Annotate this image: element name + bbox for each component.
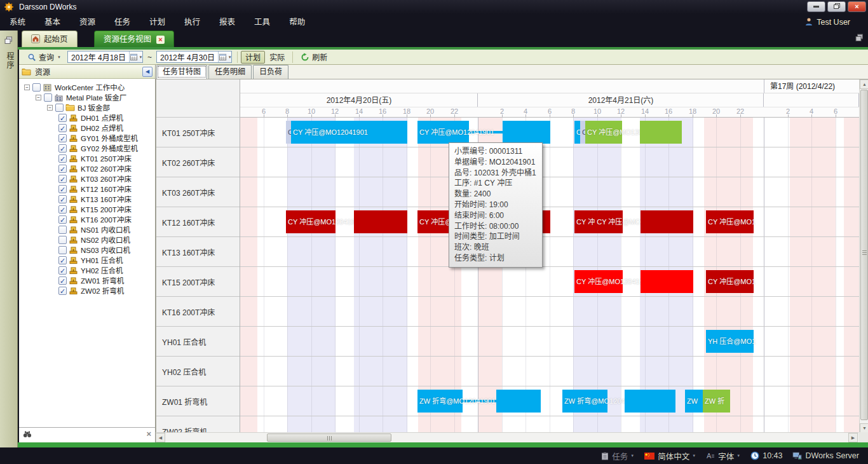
- tree-item-KT12[interactable]: ✓KT12 160T冲床: [19, 184, 155, 194]
- gantt-task-bar[interactable]: [641, 210, 693, 233]
- menu-item-工具[interactable]: 工具: [245, 14, 280, 31]
- date-to-field[interactable]: 2012年 4月30日 ▼: [156, 51, 232, 63]
- window-list-icon[interactable]: [855, 33, 864, 43]
- tree-item-NS01[interactable]: NS01 内收口机: [19, 224, 155, 235]
- gantt-task-bar[interactable]: ZW 折弯@MO12041901: [562, 390, 607, 413]
- gantt-task-bar[interactable]: CY 冲压@MO12041901: [291, 121, 407, 144]
- gantt-task-bar[interactable]: CY 冲压@MO1: [706, 210, 754, 233]
- tree-checkbox[interactable]: ✓: [58, 276, 67, 285]
- tab-task-gantt[interactable]: 任务甘特图: [156, 65, 207, 79]
- gantt-task-bar[interactable]: CY 冲压@MO12041902: [585, 121, 622, 144]
- minimize-button[interactable]: [807, 1, 825, 12]
- collapse-panel-button[interactable]: ◀: [142, 67, 153, 77]
- menu-item-报表[interactable]: 报表: [210, 14, 245, 31]
- tree-checkbox[interactable]: ✓: [58, 144, 67, 153]
- tree-item-ZW02[interactable]: ✓ZW02 折弯机: [19, 285, 155, 296]
- tree-checkbox[interactable]: [58, 246, 67, 254]
- tree-checkbox[interactable]: ✓: [58, 165, 67, 173]
- tree-item-DH01[interactable]: ✓DH01 点焊机: [19, 113, 155, 123]
- gantt-task-bar[interactable]: CY 冲压@MO12041904: [286, 210, 336, 233]
- horizontal-scroll-thumb[interactable]: [267, 433, 391, 442]
- tree-checkbox[interactable]: ✓: [58, 195, 67, 203]
- gantt-task-bar[interactable]: [503, 121, 550, 144]
- scroll-left-icon[interactable]: ◀: [156, 433, 165, 442]
- tab-home-page[interactable]: 起始页: [22, 31, 78, 47]
- binoculars-icon[interactable]: [23, 430, 32, 438]
- gantt-task-bar[interactable]: [496, 390, 541, 413]
- tree-checkbox[interactable]: ✓: [58, 134, 67, 142]
- tree-checkbox[interactable]: ✓: [58, 114, 67, 122]
- tree-item-WorkCenter[interactable]: −WorkCenter 工作中心: [19, 82, 155, 92]
- tree-item-ZW01[interactable]: ✓ZW01 折弯机: [19, 275, 155, 285]
- tree-item-KT02[interactable]: ✓KT02 260T冲床: [19, 163, 155, 174]
- refresh-button[interactable]: 刷新: [296, 51, 332, 64]
- restore-button[interactable]: [827, 1, 846, 12]
- tab-close-icon[interactable]: ×: [156, 36, 165, 44]
- horizontal-scrollbar[interactable]: ◀ ▶: [156, 432, 858, 442]
- gantt-task-bar[interactable]: ZW: [685, 390, 703, 413]
- tree-item-GY01[interactable]: ✓GY01 外桶成型机: [19, 133, 155, 143]
- tree-checkbox[interactable]: ✓: [58, 185, 67, 193]
- tree-item-BJ[interactable]: −BJ 钣金部: [19, 102, 155, 113]
- tree-item-Metal[interactable]: −Metal Plate 钣金厂: [19, 92, 155, 102]
- gantt-task-bar[interactable]: ZW 折弯@MO12041901: [417, 390, 463, 413]
- tree-checkbox[interactable]: ✓: [58, 154, 67, 163]
- gantt-task-bar[interactable]: CY 冲压@MO1: [706, 270, 754, 293]
- tree-item-KT15[interactable]: ✓KT15 200T冲床: [19, 204, 155, 214]
- menu-item-资源[interactable]: 资源: [70, 14, 105, 31]
- status-item-任务[interactable]: 任务▼: [601, 450, 634, 462]
- tree-expander-icon[interactable]: −: [24, 85, 30, 90]
- footer-close-icon[interactable]: ×: [146, 429, 151, 439]
- gantt-task-bar[interactable]: ZW 折: [703, 390, 730, 413]
- gantt-task-bar[interactable]: YH 压合@MO1: [706, 330, 754, 353]
- scroll-right-icon[interactable]: ▶: [848, 433, 858, 442]
- tree-checkbox[interactable]: ✓: [58, 215, 67, 224]
- vertical-scroll-thumb[interactable]: [860, 90, 868, 420]
- tab-resource-task-view[interactable]: 资源任务视图×: [94, 31, 174, 47]
- gantt-task-bar[interactable]: CY 冲 CY 冲压@MO12041904: [574, 210, 623, 233]
- tree-item-KT01[interactable]: ✓KT01 250T冲床: [19, 153, 155, 163]
- date-from-calendar-button[interactable]: ▼: [129, 51, 142, 62]
- tree-item-KT13[interactable]: ✓KT13 160T冲床: [19, 194, 155, 204]
- tree-checkbox[interactable]: ✓: [58, 287, 67, 295]
- tree-item-YH01[interactable]: ✓YH01 压合机: [19, 255, 155, 265]
- gantt-task-bar[interactable]: C: [286, 121, 291, 144]
- gantt-task-bar[interactable]: CY 冲压@MO12041901: [417, 121, 469, 144]
- gantt-task-bar[interactable]: [625, 390, 675, 413]
- date-from-field[interactable]: 2012年 4月18日 ▼: [67, 51, 143, 63]
- gantt-task-bar[interactable]: [354, 210, 407, 233]
- tree-checkbox[interactable]: [58, 236, 67, 244]
- tab-task-detail[interactable]: 任务明细: [208, 65, 252, 79]
- tree-item-DH02[interactable]: ✓DH02 点焊机: [19, 123, 155, 133]
- query-button[interactable]: 查询 ▼: [23, 51, 65, 64]
- tree-checkbox[interactable]: ✓: [58, 266, 67, 275]
- tree-checkbox[interactable]: ✓: [58, 175, 67, 183]
- menu-item-计划[interactable]: 计划: [140, 14, 175, 31]
- tree-item-KT03[interactable]: ✓KT03 260T冲床: [19, 174, 155, 184]
- tree-item-NS03[interactable]: NS03 内收口机: [19, 245, 155, 255]
- tree-expander-icon[interactable]: −: [47, 105, 53, 111]
- tree-checkbox[interactable]: ✓: [58, 256, 67, 264]
- tab-daily-load[interactable]: 日负荷: [253, 65, 288, 79]
- vertical-scrollbar[interactable]: ▲ ▼: [859, 79, 868, 433]
- gantt-task-bar[interactable]: [641, 270, 693, 293]
- tree-item-NS02[interactable]: NS02 内收口机: [19, 235, 155, 245]
- scroll-down-icon[interactable]: ▼: [860, 423, 868, 433]
- tree-checkbox[interactable]: [55, 104, 64, 112]
- tree-item-KT16[interactable]: ✓KT16 200T冲床: [19, 214, 155, 224]
- tree-checkbox[interactable]: ✓: [58, 124, 67, 132]
- tree-checkbox[interactable]: [44, 93, 52, 102]
- gantt-task-bar[interactable]: CY 冲压@MO12041903: [574, 270, 623, 293]
- close-button[interactable]: ×: [848, 1, 866, 12]
- tree-checkbox[interactable]: ✓: [58, 205, 67, 214]
- status-item-简体中文[interactable]: 简体中文▼: [644, 450, 696, 462]
- tree-item-GY02[interactable]: ✓GY02 外桶成型机: [19, 143, 155, 153]
- tree-expander-icon[interactable]: −: [36, 95, 41, 100]
- date-to-calendar-button[interactable]: ▼: [218, 51, 231, 62]
- plan-toggle-button[interactable]: 计划: [241, 51, 265, 64]
- actual-toggle-button[interactable]: 实际: [265, 51, 289, 64]
- menu-item-基本[interactable]: 基本: [35, 14, 70, 31]
- menu-item-系统[interactable]: 系统: [0, 14, 35, 31]
- tree-checkbox[interactable]: [58, 226, 67, 234]
- program-dock-strip[interactable]: 程序: [0, 31, 18, 447]
